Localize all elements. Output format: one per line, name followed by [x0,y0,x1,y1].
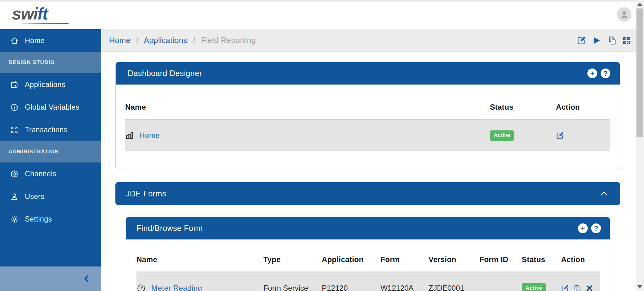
sidebar-item-label: Transactions [25,126,68,134]
home-icon [10,36,19,45]
main-content: Home / Applications / Field Reporting [101,29,636,291]
topbar: swift [0,0,636,29]
sidebar-item-applications[interactable]: Applications [0,73,101,96]
table-row: Home Active [125,120,610,151]
logo-part-2: ft [37,4,47,23]
breadcrumb-separator: / [193,36,195,45]
help-button[interactable]: ? [601,69,610,78]
column-header-type: Type [263,255,322,264]
sidebar-item-global-variables[interactable]: Global Variables [0,96,101,118]
sidebar: Home DESIGN STUDIO Applications [0,29,101,291]
find-browse-form-panel: Find/Browse Form + ? Name Type Applicati… [126,217,610,291]
edit-icon[interactable] [577,36,586,45]
sidebar-item-users[interactable]: Users [0,185,101,208]
sidebar-item-label: Home [25,36,45,45]
add-dashboard-button[interactable]: + [587,69,597,78]
bar-chart-icon [125,131,134,140]
type-cell: Form Service [263,284,322,291]
gear-icon [10,215,19,223]
applications-icon [10,80,19,89]
user-icon [619,9,629,19]
sidebar-spacer [0,230,101,266]
lifebuoy-icon [10,170,19,178]
sidebar-item-transactions[interactable]: Transactions [0,118,101,141]
delete-x-icon[interactable] [586,284,593,291]
run-play-icon[interactable] [592,36,601,45]
chevron-up-icon[interactable] [599,189,609,198]
breadcrumb-applications-link[interactable]: Applications [144,36,187,45]
browser-top-edge [0,0,636,2]
application-cell: P12120 [322,284,380,291]
app-logo: swift [12,5,69,24]
version-cell: ZJDE0001 [429,284,480,291]
scroll-down-arrow[interactable] [637,285,642,288]
logo-underline [21,23,69,24]
column-header-form: Form [380,255,429,264]
dashboard-name-cell: Home [125,131,490,140]
dashboard-link[interactable]: Home [139,131,160,140]
user-avatar[interactable] [617,7,631,22]
sidebar-item-label: Applications [25,80,65,89]
copy-icon[interactable] [573,284,581,291]
sidebar-item-label: Settings [25,215,52,223]
column-header-action: Action [556,103,610,112]
jde-forms-section-header[interactable]: JDE Forms [115,182,620,205]
column-header-version: Version [429,255,480,264]
panel-bottom-space [125,151,610,169]
logo-text: swift [12,5,69,22]
breadcrumb-current-page: Field Reporting [201,36,256,45]
dashboard-designer-header: Dashboard Designer + ? [116,62,620,85]
sidebar-section-administration: ADMINISTRATION [0,141,101,162]
status-badge: Active [490,130,514,141]
table-row: Meter Reading Form Service P12120 W12120… [136,272,600,291]
section-label: DESIGN STUDIO [8,59,55,66]
page: swift Home DESIGN STUDIO [0,0,644,291]
section-label: ADMINISTRATION [8,149,59,155]
edit-icon[interactable] [561,284,569,291]
sidebar-collapse-button[interactable] [82,275,91,283]
column-header-form-id: Form ID [480,255,522,264]
sidebar-item-channels[interactable]: Channels [0,162,101,185]
dashboard-designer-panel: Dashboard Designer + ? Name Status Actio… [115,62,620,169]
sidebar-item-home[interactable]: Home [0,29,101,52]
column-header-action: Action [561,255,600,264]
sidebar-item-settings[interactable]: Settings [0,208,101,230]
section-title: JDE Forms [126,189,166,198]
scroll-up-arrow[interactable] [637,3,642,6]
breadcrumb: Home / Applications / Field Reporting [109,36,256,45]
copy-pages-icon[interactable] [607,36,617,46]
action-cell [556,131,610,140]
table-header-row: Name Status Action [125,85,610,119]
breadcrumb-home-link[interactable]: Home [109,36,130,45]
panel-actions: + ? [578,223,601,233]
dashboard-designer-body: Name Status Action [116,85,620,169]
column-header-status: Status [490,103,556,112]
scrollbar-thumb[interactable] [636,8,643,137]
table-header-row: Name Type Application Form Version Form … [136,239,600,272]
column-header-status: Status [522,255,561,264]
column-header-name: Name [125,103,490,112]
sidebar-item-label: Global Variables [25,103,79,112]
breadcrumb-separator: / [136,36,138,45]
status-badge: Active [522,283,546,291]
sidebar-section-design-studio: DESIGN STUDIO [0,52,101,73]
qr-code-icon[interactable] [622,36,631,45]
page-toolbar [577,36,631,46]
panel-title: Find/Browse Form [136,224,203,233]
add-form-button[interactable]: + [578,223,588,233]
find-browse-form-header: Find/Browse Form + ? [126,217,610,239]
panel-title: Dashboard Designer [128,69,202,78]
breadcrumb-bar: Home / Applications / Field Reporting [101,29,636,52]
sidebar-item-label: Users [25,192,44,201]
form-cell: W12120A [380,284,429,291]
column-header-application: Application [322,255,380,264]
form-link[interactable]: Meter Reading [151,284,202,291]
info-icon [10,103,19,112]
gauge-icon [136,283,146,291]
form-name-cell: Meter Reading [136,283,263,291]
edit-icon[interactable] [556,131,564,140]
sidebar-item-label: Channels [25,170,56,178]
help-button[interactable]: ? [591,223,601,233]
person-icon [10,192,19,201]
vertical-scrollbar[interactable] [636,0,644,291]
